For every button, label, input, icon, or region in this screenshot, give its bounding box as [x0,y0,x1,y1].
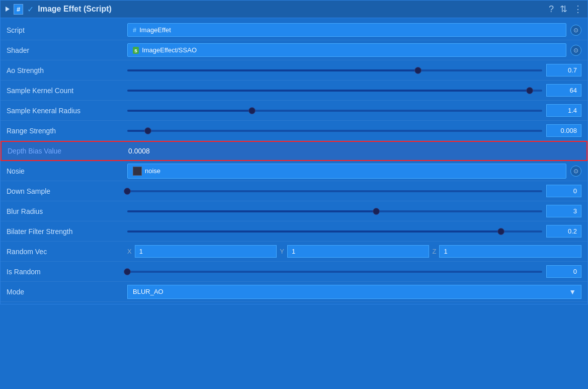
ao-strength-fill [127,69,418,71]
ao-strength-row: Ao Strength 0.7 [1,60,587,81]
is-random-row: Is Random 0 [1,262,587,282]
ao-strength-control: 0.7 [127,64,581,76]
noise-texture-icon [133,167,142,176]
depth-bias-row: Depth Bias Value [1,141,587,161]
bilater-control: 0.2 [127,225,581,238]
shader-value: ImageEffect/SSAO [142,46,197,54]
blur-radius-label: Blur Radius [7,207,127,215]
range-strength-control: 0.008 [127,124,581,137]
range-strength-value[interactable]: 0.008 [546,124,581,137]
down-sample-value[interactable]: 0 [546,185,581,197]
blur-radius-slider[interactable] [127,210,542,212]
range-strength-row: Range Strength 0.008 [1,121,587,141]
nosie-target-btn[interactable]: ⊙ [570,166,581,177]
script-label: Script [7,26,127,34]
down-sample-thumb[interactable] [124,188,131,195]
sample-kernel-control: 64 [127,84,581,97]
script-control: # ImageEffet ⊙ [127,23,581,37]
nosie-label: Nosie [7,167,127,175]
random-vec-label: Random Vec [7,248,127,256]
mode-label: Mode [7,288,127,296]
is-random-control: 0 [127,265,581,278]
hash-icon: # [14,4,23,15]
panel-title: Image Effet (Script) [38,5,545,14]
is-random-value[interactable]: 0 [546,265,581,278]
menu-icon[interactable]: ⋮ [573,4,582,15]
blur-radius-fill [127,210,376,212]
nosie-field[interactable]: noise [127,164,566,179]
sample-kernel-thumb[interactable] [526,87,533,94]
vec-x-label: X [127,248,132,255]
content: Script # ImageEffet ⊙ Shader s ImageEffe… [1,18,587,304]
ao-strength-thumb[interactable] [414,67,422,74]
enabled-checkbox[interactable]: ✓ [27,5,34,14]
script-value: ImageEffet [139,26,171,34]
help-icon[interactable]: ? [549,4,554,15]
sample-kernel-row: Sample Kernel Count 64 [1,81,587,101]
is-random-thumb[interactable] [124,268,131,275]
shader-field[interactable]: s ImageEffect/SSAO [127,43,566,57]
blur-radius-row: Blur Radius 3 [1,201,587,221]
mode-control: BLUR_AO ▼ [127,285,581,299]
depth-bias-label: Depth Bias Value [8,147,128,155]
is-random-slider[interactable] [127,271,542,273]
sample-kernel-value[interactable]: 64 [546,84,581,97]
sample-kernel-fill [127,90,530,92]
bilater-label: Bilater Filter Strength [7,227,127,236]
blur-radius-control: 3 [127,205,581,217]
range-strength-label: Range Strength [7,127,127,135]
vec-x-input[interactable] [135,245,277,258]
panel: # ✓ Image Effet (Script) ? ⇅ ⋮ Script # … [0,0,588,304]
sample-keneral-radius-control: 1.4 [127,104,581,117]
vec-z-input[interactable] [439,245,581,258]
mode-row: Mode BLUR_AO ▼ [1,282,587,302]
ao-strength-slider[interactable] [127,69,542,71]
is-random-label: Is Random [7,268,127,276]
mode-value: BLUR_AO [133,288,163,295]
bilater-fill [127,230,501,232]
nosie-row: Nosie noise ⊙ [1,161,587,181]
shader-row: Shader s ImageEffect/SSAO ⊙ [1,40,587,60]
down-sample-control: 0 [127,185,581,197]
sample-keneral-radius-row: Sample Keneral Radius 1.4 [1,101,587,121]
sample-keneral-radius-thumb[interactable] [248,107,256,114]
sample-keneral-radius-label: Sample Keneral Radius [7,107,127,115]
random-vec-row: Random Vec X Y Z [1,242,587,262]
sliders-icon[interactable]: ⇅ [560,4,567,15]
sample-keneral-radius-value[interactable]: 1.4 [546,104,581,117]
header: # ✓ Image Effet (Script) ? ⇅ ⋮ [1,1,587,18]
shader-control: s ImageEffect/SSAO ⊙ [127,43,581,57]
hash-script-icon: # [133,26,136,34]
bilater-thumb[interactable] [497,228,505,235]
blur-radius-thumb[interactable] [373,208,380,215]
range-strength-slider[interactable] [127,130,542,132]
mode-dropdown[interactable]: BLUR_AO ▼ [127,285,581,299]
vec-z-label: Z [432,248,436,255]
bilater-value[interactable]: 0.2 [546,225,581,238]
sample-kernel-label: Sample Kernel Count [7,87,127,95]
down-sample-row: Down Sample 0 [1,181,587,201]
dropdown-arrow-icon: ▼ [569,288,576,296]
depth-bias-control [128,147,580,155]
range-strength-thumb[interactable] [144,127,151,134]
ao-strength-value[interactable]: 0.7 [546,64,581,76]
shader-label: Shader [7,46,127,54]
nosie-value: noise [145,167,160,175]
shader-target-btn[interactable]: ⊙ [570,45,581,56]
sample-keneral-radius-slider[interactable] [127,110,542,112]
vec-y-input[interactable] [287,245,430,258]
bilater-slider[interactable] [127,230,542,232]
header-icons: ? ⇅ ⋮ [549,4,582,15]
down-sample-slider[interactable] [127,190,542,192]
script-row: Script # ImageEffet ⊙ [1,20,587,40]
collapse-triangle[interactable] [6,7,10,12]
script-target-btn[interactable]: ⊙ [570,25,581,36]
blur-radius-value[interactable]: 3 [546,205,581,217]
script-field[interactable]: # ImageEffet [127,23,566,37]
nosie-control: noise ⊙ [127,164,581,179]
shader-s-icon: s [133,47,139,54]
ao-strength-label: Ao Strength [7,66,127,74]
down-sample-label: Down Sample [7,187,127,195]
sample-kernel-slider[interactable] [127,90,542,92]
depth-bias-input[interactable] [128,147,580,155]
